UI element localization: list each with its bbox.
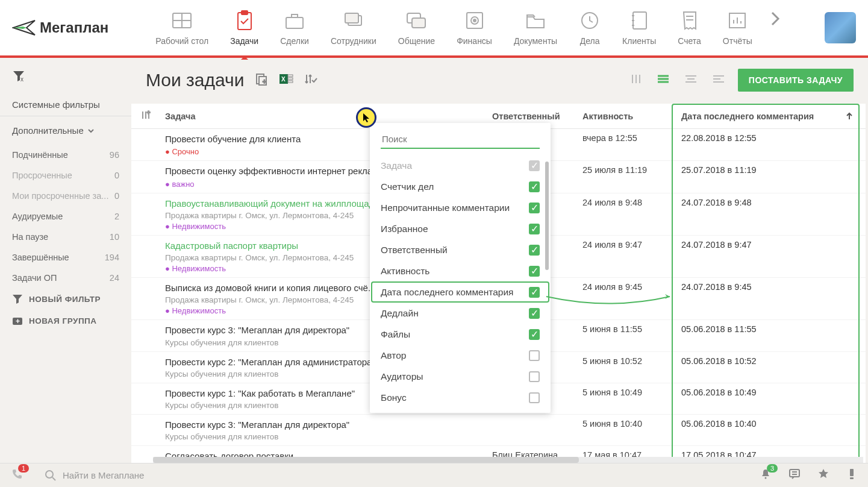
nav-deals[interactable]: Сделки [269, 10, 320, 46]
filter-reset-icon[interactable]: x [12, 74, 25, 84]
sidebar-item[interactable]: Мои просроченные за...0 [0, 186, 131, 206]
sidebar-system-filters[interactable]: Системные фильтры [0, 93, 131, 116]
nav-documents[interactable]: Документы [503, 10, 568, 46]
checkbox-on-icon: ✓ [529, 329, 540, 340]
bell-icon[interactable]: 3 [760, 468, 772, 483]
column-picker-popover: Задача✓Счетчик дел✓Непрочитанные коммент… [370, 123, 551, 413]
column-picker-search[interactable] [381, 130, 540, 149]
nav-finance[interactable]: Финансы [446, 10, 503, 46]
view-list-icon[interactable] [655, 72, 672, 89]
checkbox-off-icon [529, 350, 540, 361]
new-filter-button[interactable]: НОВЫЙ ФИЛЬТР [0, 288, 131, 310]
nav-chat[interactable]: Общение [387, 10, 446, 46]
column-settings-icon[interactable]: + [141, 110, 159, 122]
scrollbar-thumb[interactable] [545, 162, 549, 270]
column-picker-item[interactable]: Ответственный✓ [370, 239, 551, 260]
nav-affairs[interactable]: Дела [568, 10, 611, 46]
view-columns-icon[interactable] [628, 72, 644, 89]
th-activity[interactable]: Активность [576, 112, 673, 121]
phone-badge: 1 [18, 464, 29, 473]
th-responsible[interactable]: Ответственный [486, 112, 576, 121]
scrollbar-thumb[interactable] [153, 457, 579, 463]
arrow-up-icon [845, 112, 854, 121]
svg-rect-32 [288, 75, 293, 77]
nav-clients[interactable]: Клиенты [611, 10, 667, 46]
sidebar-additional[interactable]: Дополнительные [0, 119, 131, 142]
column-picker-item[interactable]: Дата последнего комментария✓ [371, 281, 549, 303]
logo-text: Мегаплан [40, 19, 108, 36]
folder-plus-icon: + [12, 316, 23, 325]
page-title: Мои задачи [146, 70, 244, 90]
svg-rect-7 [345, 13, 358, 23]
new-group-button[interactable]: +НОВАЯ ГРУППА [0, 310, 131, 331]
star-icon[interactable] [817, 468, 829, 483]
sidebar-item[interactable]: Задачи ОП24 [0, 268, 131, 288]
checkbox-locked-icon: ✓ [529, 160, 540, 171]
svg-rect-4 [242, 11, 248, 14]
column-picker-item[interactable]: Бонус [370, 387, 551, 408]
nav-reports[interactable]: Отчёты [712, 10, 763, 46]
nav-employees[interactable]: Сотрудники [320, 10, 387, 46]
column-picker-item[interactable]: Непрочитанные комментарии✓ [370, 197, 551, 218]
sidebar: x Системные фильтры Дополнительные Подчи… [0, 58, 131, 463]
nav-accounts[interactable]: Счета [667, 10, 712, 46]
clock-icon [579, 10, 601, 31]
column-picker-item[interactable]: Файлы✓ [370, 324, 551, 345]
folder-icon [525, 10, 546, 31]
view-align-center-icon[interactable] [682, 72, 699, 89]
safe-icon [464, 10, 486, 31]
column-picker-item[interactable]: Счетчик дел✓ [370, 176, 551, 197]
column-picker-item[interactable]: Аудиторы [370, 366, 551, 387]
checkbox-on-icon: ✓ [529, 308, 540, 319]
chat-icon [405, 10, 427, 31]
checkbox-on-icon: ✓ [529, 181, 540, 192]
checkbox-on-icon: ✓ [529, 266, 540, 277]
checkbox-on-icon: ✓ [529, 287, 540, 298]
create-task-button[interactable]: ПОСТАВИТЬ ЗАДАЧУ [738, 69, 854, 92]
svg-rect-9 [412, 18, 425, 28]
chevron-down-icon [87, 127, 95, 134]
svg-line-52 [52, 477, 55, 480]
copy-icon[interactable]: + [255, 72, 268, 88]
table-row[interactable]: Провести курс 3: "Мегаплан для директора… [131, 415, 866, 446]
th-task[interactable]: Задача [159, 112, 486, 121]
page-header: Мои задачи + X ПОСТАВИТЬ ЗАДАЧУ [131, 58, 868, 104]
svg-point-53 [765, 477, 767, 479]
sidebar-item[interactable]: Аудируемые2 [0, 206, 131, 227]
column-picker-item[interactable]: Активность✓ [370, 260, 551, 281]
checkbox-on-icon: ✓ [529, 245, 540, 256]
nav-desk[interactable]: Рабочий стол [145, 10, 219, 46]
phone-icon[interactable]: 1 [11, 468, 23, 483]
column-picker-item[interactable]: Дедлайн✓ [370, 303, 551, 324]
th-last-comment[interactable]: Дата последнего комментария [673, 112, 854, 121]
svg-rect-57 [850, 469, 854, 476]
sidebar-item[interactable]: На паузе10 [0, 227, 131, 247]
message-icon[interactable] [788, 468, 801, 483]
svg-point-12 [473, 19, 476, 22]
sidebar-item[interactable]: Подчинённые96 [0, 145, 131, 165]
svg-rect-54 [790, 470, 799, 477]
svg-rect-33 [288, 78, 293, 80]
nav-more[interactable] [769, 10, 781, 46]
svg-rect-3 [238, 13, 251, 30]
sort-check-icon[interactable] [304, 72, 317, 88]
checkbox-on-icon: ✓ [529, 203, 540, 213]
user-avatar[interactable] [825, 12, 856, 43]
view-align-left-icon[interactable] [710, 72, 727, 89]
id-cards-icon [343, 10, 364, 31]
sidebar-item[interactable]: Завершённые194 [0, 247, 131, 268]
sidebar-item[interactable]: Просроченные0 [0, 165, 131, 186]
svg-text:x: x [20, 76, 23, 82]
alert-icon[interactable] [846, 468, 857, 483]
nav-tasks[interactable]: Задачи [219, 10, 269, 46]
horizontal-scrollbar[interactable] [153, 457, 863, 463]
briefcase-icon [284, 10, 305, 31]
column-picker-item[interactable]: Задача✓ [370, 155, 551, 176]
column-picker-item[interactable]: Избранное✓ [370, 218, 551, 239]
column-picker-item[interactable]: Автор [370, 345, 551, 366]
logo[interactable]: Мегаплан [12, 19, 108, 37]
footer-search[interactable]: Найти в Мегаплане [45, 470, 750, 482]
search-icon [45, 470, 57, 482]
svg-point-51 [46, 471, 53, 478]
excel-export-icon[interactable]: X [279, 72, 293, 88]
